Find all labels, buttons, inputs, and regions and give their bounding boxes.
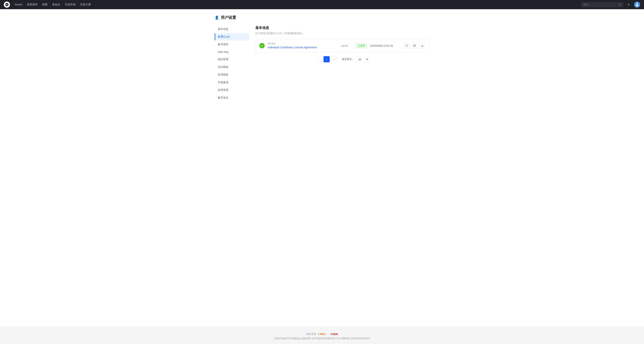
cla-version: v1.0.1 <box>341 44 353 47</box>
resign-button[interactable] <box>404 43 410 49</box>
prev-icon: ‹ <box>318 58 319 61</box>
cla-table: c cla-test Individual Contributor Licens… <box>255 39 429 52</box>
cla-actions <box>404 43 425 49</box>
section-desc: 以下是你已签署的 CLAs（开源贡献者协议） <box>255 32 429 35</box>
aliyun-logo: ⟳ 阿里云 <box>318 332 329 336</box>
sidebar-item-account-security[interactable]: 账号安全 <box>215 94 249 101</box>
sidebar-item-open-integration[interactable]: 开放集成 <box>215 79 249 86</box>
logo[interactable] <box>4 2 10 8</box>
svg-text:⟳ 阿里云: ⟳ 阿里云 <box>318 333 326 335</box>
next-icon: › <box>334 58 335 61</box>
sidebar-item-ssh-key[interactable]: SSH Key <box>215 49 249 56</box>
user-settings-icon: 👤 <box>215 16 219 20</box>
navbar-right: / + <box>581 2 640 8</box>
search-box[interactable]: / <box>581 2 623 7</box>
csdn-logo: CSDN <box>331 333 338 335</box>
page-1-button[interactable]: 1 <box>324 56 330 62</box>
next-page-button[interactable]: › <box>331 56 337 62</box>
footer-tech-support: 技术支持 ⟳ 阿里云 CSDN <box>0 332 644 336</box>
user-avatar[interactable] <box>634 2 640 8</box>
pagination: ‹ 1 › 每页显示： 10 20 50 <box>255 52 429 64</box>
sidebar-item-app-auth[interactable]: 应用授权 <box>215 71 249 78</box>
section-title: 基本信息 <box>255 26 429 30</box>
sidebar-item-app-management[interactable]: 应用管理 <box>215 87 249 94</box>
page-title-row: 👤 用户设置 <box>215 15 429 20</box>
footer: 技术支持 ⟳ 阿里云 CSDN ©2022开放原子开源基金会 版权所有 京ICP… <box>0 327 644 344</box>
svg-rect-2 <box>414 45 416 47</box>
cla-title-link[interactable]: Individual Contributor License Agreement <box>268 46 317 49</box>
cla-app-icon: c <box>259 43 265 48</box>
page-wrap: 👤 用户设置 基本信息 签署CLAs 账号绑定 SSH Key 组织管理 访问密… <box>0 9 644 327</box>
sidebar: 基本信息 签署CLAs 账号绑定 SSH Key 组织管理 访问密钥 应用授权 … <box>215 26 249 102</box>
nav-open-market[interactable]: 开放市场 <box>65 3 76 6</box>
sidebar-item-signed-clas[interactable]: 签署CLAs <box>215 33 249 41</box>
sidebar-item-org-management[interactable]: 组织管理 <box>215 56 249 63</box>
page-container: 👤 用户设置 基本信息 签署CLAs 账号绑定 SSH Key 组织管理 访问密… <box>207 9 437 113</box>
tech-support-label: 技术支持 <box>306 332 316 336</box>
settings-layout: 基本信息 签署CLAs 账号绑定 SSH Key 组织管理 访问密钥 应用授权 … <box>215 26 429 102</box>
page-title: 用户设置 <box>221 15 236 20</box>
nav-foundation[interactable]: 基金会 <box>52 3 60 6</box>
per-page-label: 每页显示： <box>342 58 354 61</box>
cla-info: cla-test Individual Contributor License … <box>268 42 338 49</box>
per-page-select[interactable]: 10 20 50 <box>356 57 369 62</box>
status-badge: 已签署 <box>356 44 367 48</box>
view-button[interactable] <box>412 43 418 49</box>
download-button[interactable] <box>419 43 425 49</box>
cla-app-name: cla-test <box>268 42 338 45</box>
prev-page-button[interactable]: ‹ <box>316 56 322 62</box>
nav-links: Issues 变更请求 探索 基金会 开放市场 开源大赛 <box>14 3 576 6</box>
sidebar-item-basic-info[interactable]: 基本信息 <box>215 26 249 33</box>
svg-point-1 <box>636 3 638 5</box>
sidebar-item-account-binding[interactable]: 账号绑定 <box>215 41 249 48</box>
search-input[interactable] <box>583 3 618 6</box>
cla-date: 2023/05/08 14:51:36 <box>370 44 401 47</box>
nav-explore[interactable]: 探索 <box>42 3 48 6</box>
sidebar-item-access-key[interactable]: 访问密钥 <box>215 64 249 71</box>
main-content: 基本信息 以下是你已签署的 CLAs（开源贡献者协议） c cla-test I… <box>249 26 429 102</box>
nav-change-request[interactable]: 变更请求 <box>27 3 38 6</box>
nav-issues[interactable]: Issues <box>14 3 22 6</box>
plus-button[interactable]: + <box>626 2 632 8</box>
navbar: Issues 变更请求 探索 基金会 开放市场 开源大赛 / + <box>0 0 644 9</box>
footer-copyright: ©2022开放原子开源基金会 版权所有 京ICP备2020036654号-4 京… <box>0 337 644 340</box>
table-row: c cla-test Individual Contributor Licens… <box>256 39 429 52</box>
search-shortcut: / <box>619 3 621 6</box>
nav-opensource-contest[interactable]: 开源大赛 <box>80 3 91 6</box>
